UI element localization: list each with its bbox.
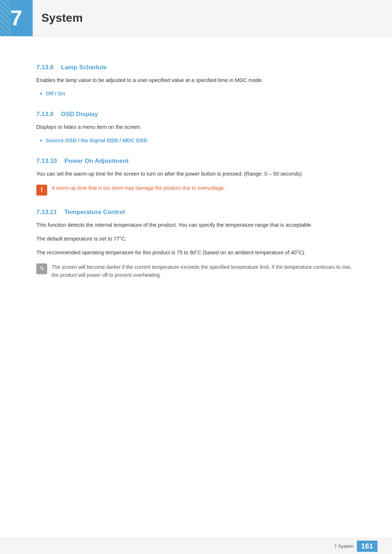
section-body-7-13-9-0: Displays or hides a menu item on the scr…: [36, 123, 356, 132]
section-7-13-11: 7.13.11 Temperature Control This functio…: [36, 209, 356, 279]
section-heading-7-13-9: 7.13.9 OSD Display: [36, 111, 356, 118]
note-pencil-icon: ✎: [40, 265, 44, 272]
warning-box-7-13-10: ! A warm-up time that is too short may d…: [36, 184, 356, 196]
section-7-13-8: 7.13.8 Lamp Schedule Enables the lamp va…: [36, 64, 356, 98]
footer-page-number: 161: [357, 541, 377, 552]
page-header: 7 System: [0, 0, 392, 36]
bullet-list-7-13-8: Off / On: [36, 90, 356, 98]
section-body-7-13-8-0: Enables the lamp value to be adjusted to…: [36, 76, 356, 85]
bullet-list-7-13-9: Source OSD / No Signal OSD / MDC OSD: [36, 137, 356, 144]
section-heading-7-13-10: 7.13.10 Power On Adjustment: [36, 157, 356, 165]
chapter-block: 7: [0, 0, 33, 36]
chapter-title: System: [41, 11, 83, 25]
bullet-item: Source OSD / No Signal OSD / MDC OSD: [36, 137, 356, 144]
section-body-7-13-11-0: This function detects the internal tempe…: [36, 221, 356, 230]
note-text-7-13-11: The screen will become darker if the cur…: [52, 263, 356, 279]
section-title-7-13-10: Power On Adjustment: [64, 157, 128, 164]
section-num-7-13-11: 7.13.11: [36, 209, 57, 216]
footer-chapter-label: 7 System: [334, 543, 354, 549]
chapter-number: 7: [10, 7, 22, 29]
warning-exclamation: !: [41, 186, 43, 194]
section-num-7-13-8: 7.13.8: [36, 64, 53, 71]
section-body-7-13-11-1: The default temperature is set to 77˚C.: [36, 235, 356, 243]
section-heading-7-13-8: 7.13.8 Lamp Schedule: [36, 64, 356, 71]
section-title-7-13-9: OSD Display: [61, 111, 98, 118]
page-footer: 7 System 161: [0, 538, 392, 554]
warning-icon: !: [36, 185, 47, 196]
warning-text-7-13-10: A warm-up time that is too short may dam…: [52, 184, 225, 192]
section-num-7-13-10: 7.13.10: [36, 157, 57, 164]
section-num-7-13-9: 7.13.9: [36, 111, 53, 118]
section-body-7-13-10-0: You can set the warm-up time for the scr…: [36, 170, 356, 178]
note-box-7-13-11: ✎ The screen will become darker if the c…: [36, 263, 356, 279]
note-icon: ✎: [36, 263, 47, 274]
main-content: 7.13.8 Lamp Schedule Enables the lamp va…: [0, 36, 392, 314]
section-7-13-9: 7.13.9 OSD Display Displays or hides a m…: [36, 111, 356, 144]
section-title-7-13-8: Lamp Schedule: [61, 64, 107, 71]
section-title-7-13-11: Temperature Control: [64, 209, 125, 216]
section-body-7-13-11-2: The recommended operating temperature fo…: [36, 249, 356, 257]
section-heading-7-13-11: 7.13.11 Temperature Control: [36, 209, 356, 216]
section-7-13-10: 7.13.10 Power On Adjustment You can set …: [36, 157, 356, 196]
bullet-item: Off / On: [36, 90, 356, 98]
